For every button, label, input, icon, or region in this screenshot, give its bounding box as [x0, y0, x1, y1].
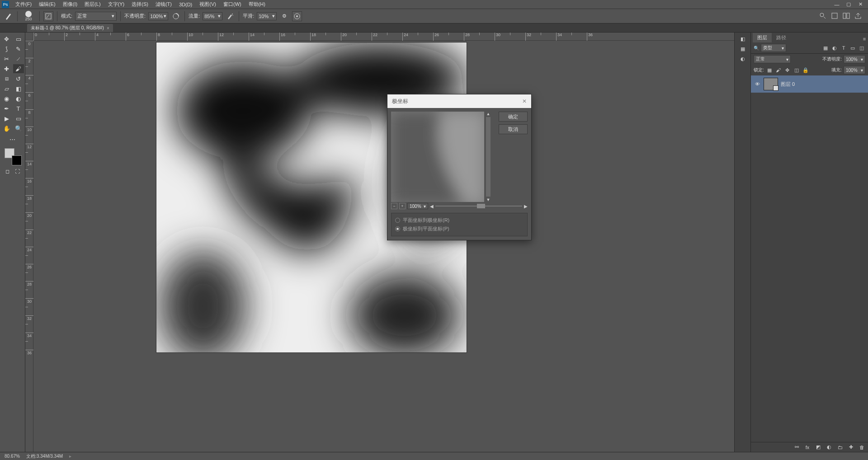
adjustment-layer-icon[interactable]: ◐: [826, 444, 833, 451]
menu-layer[interactable]: 图层(L): [81, 0, 104, 9]
filter-shape-icon[interactable]: ▭: [849, 44, 856, 52]
layer-mask-icon[interactable]: ◩: [815, 444, 822, 451]
preview-zoom-input[interactable]: 100%▾: [407, 203, 428, 209]
airbrush-icon[interactable]: [225, 11, 235, 21]
new-layer-icon[interactable]: ✚: [847, 444, 854, 451]
collapsed-swatches-icon[interactable]: ▦: [739, 45, 746, 52]
preview-hscrollbar[interactable]: [435, 204, 522, 208]
layer-thumbnail[interactable]: [764, 78, 778, 90]
lasso-tool-icon[interactable]: ⟆: [1, 44, 12, 53]
radio-polar-to-rect[interactable]: 极坐标到平面坐标(P): [395, 225, 524, 233]
lock-artboard-icon[interactable]: ◫: [793, 66, 800, 74]
preview-vscrollbar[interactable]: [486, 117, 491, 197]
edit-toolbar-icon[interactable]: ⋯: [7, 135, 18, 144]
visibility-icon[interactable]: 👁: [754, 81, 761, 87]
dialog-titlebar[interactable]: 极坐标 ✕: [387, 94, 531, 108]
gradient-tool-icon[interactable]: ◧: [13, 84, 24, 93]
status-zoom[interactable]: 80.67%: [5, 454, 20, 459]
opacity-input[interactable]: 100%▾: [148, 12, 168, 20]
smoothing-options-icon[interactable]: ⚙: [279, 11, 289, 21]
status-docsize[interactable]: 文档:3.34M/3.34M: [26, 453, 63, 460]
delete-layer-icon[interactable]: 🗑: [858, 444, 865, 451]
preview-scroll-right-icon[interactable]: ▶: [524, 204, 528, 209]
layer-filter-kind[interactable]: 类型▾: [761, 44, 786, 52]
dodge-tool-icon[interactable]: ◐: [13, 94, 24, 103]
filter-pixel-icon[interactable]: ▦: [822, 44, 829, 52]
zoom-out-icon[interactable]: −: [391, 203, 397, 209]
brush-tool-icon[interactable]: 🖌: [13, 64, 24, 73]
vertical-ruler[interactable]: 024681012141618202224262830323436: [25, 41, 33, 452]
close-icon[interactable]: ✕: [854, 0, 866, 9]
type-tool-icon[interactable]: T: [13, 104, 24, 113]
pressure-opacity-icon[interactable]: [171, 11, 181, 21]
search-icon[interactable]: [819, 12, 826, 20]
quickmask-icon[interactable]: ◻: [4, 168, 12, 174]
move-tool-icon[interactable]: ✥: [1, 34, 12, 43]
tab-close-icon[interactable]: ×: [107, 26, 109, 31]
layer-fx-icon[interactable]: fx: [804, 444, 811, 451]
blend-mode-select[interactable]: 正常▾: [75, 12, 117, 21]
menu-window[interactable]: 窗口(W): [220, 0, 245, 9]
tab-layers[interactable]: 图层: [753, 33, 772, 42]
filter-preview[interactable]: [391, 112, 484, 202]
marquee-tool-icon[interactable]: ▭: [13, 34, 24, 43]
brush-panel-toggle-icon[interactable]: [43, 11, 53, 21]
lock-all-icon[interactable]: 🔒: [802, 66, 809, 74]
layer-fill-input[interactable]: 100%▾: [844, 66, 865, 74]
ruler-origin[interactable]: [25, 33, 33, 41]
filter-type-icon[interactable]: T: [840, 44, 847, 52]
smoothing-input[interactable]: 10%▾: [257, 12, 277, 20]
menu-select[interactable]: 选择(S): [128, 0, 152, 9]
cancel-button[interactable]: 取消: [499, 124, 528, 134]
stamp-tool-icon[interactable]: ⧇: [1, 74, 12, 83]
menu-3d[interactable]: 3D(D): [175, 1, 196, 8]
collapsed-adjust-icon[interactable]: ◐: [739, 55, 746, 62]
layer-blend-mode[interactable]: 正常▾: [754, 55, 791, 63]
layer-name[interactable]: 图层 0: [781, 81, 795, 88]
layer-opacity-input[interactable]: 100%▾: [844, 55, 865, 63]
menu-filter[interactable]: 滤镜(T): [152, 0, 175, 9]
collapsed-color-icon[interactable]: ◧: [739, 35, 746, 42]
eyedropper-tool-icon[interactable]: ⟋: [13, 54, 24, 63]
menu-view[interactable]: 视图(V): [196, 0, 220, 9]
preview-scroll-up-icon[interactable]: ▲: [486, 112, 491, 116]
path-select-icon[interactable]: ▶: [1, 114, 12, 123]
menu-image[interactable]: 图像(I): [59, 0, 81, 9]
preview-scroll-left-icon[interactable]: ◀: [430, 204, 434, 209]
layer-group-icon[interactable]: 🗀: [836, 444, 844, 451]
blur-tool-icon[interactable]: ◉: [1, 94, 12, 103]
background-color[interactable]: [12, 155, 22, 165]
menu-edit[interactable]: 编辑(E): [35, 0, 59, 9]
flow-input[interactable]: 85%▾: [203, 12, 222, 20]
menu-text[interactable]: 文字(Y): [104, 0, 128, 9]
brush-preset-picker[interactable]: 250: [21, 11, 36, 21]
ok-button[interactable]: 确定: [499, 112, 528, 122]
hand-tool-icon[interactable]: ✋: [1, 124, 12, 133]
maximize-icon[interactable]: ▢: [843, 0, 854, 9]
quickselect-tool-icon[interactable]: ✎: [13, 44, 24, 53]
shape-tool-icon[interactable]: ▭: [13, 114, 24, 123]
filter-adjust-icon[interactable]: ◐: [831, 44, 838, 52]
layer-item[interactable]: 👁 图层 0: [751, 75, 868, 93]
zoom-tool-icon[interactable]: 🔍: [13, 124, 24, 133]
current-tool-icon[interactable]: [4, 11, 14, 21]
search-layers-icon[interactable]: 🔍: [754, 46, 759, 51]
view-extras-icon[interactable]: [831, 12, 838, 20]
color-swatches[interactable]: [4, 147, 22, 165]
eraser-tool-icon[interactable]: ▱: [1, 84, 12, 93]
panel-menu-icon[interactable]: ≡: [861, 35, 868, 42]
history-brush-icon[interactable]: ↺: [13, 74, 24, 83]
pressure-size-icon[interactable]: [292, 11, 302, 21]
preview-scroll-down-icon[interactable]: ▼: [486, 197, 491, 202]
radio-rect-to-polar[interactable]: 平面坐标到极坐标(R): [395, 216, 524, 225]
lock-position-icon[interactable]: ✥: [784, 66, 791, 74]
crop-tool-icon[interactable]: ✂: [1, 54, 12, 63]
menu-help[interactable]: 帮助(H): [245, 0, 269, 9]
minimize-icon[interactable]: —: [831, 0, 843, 9]
healing-tool-icon[interactable]: ✚: [1, 64, 12, 73]
lock-transparent-icon[interactable]: ▦: [766, 66, 773, 74]
dialog-close-icon[interactable]: ✕: [522, 98, 527, 104]
screenmode-icon[interactable]: ⛶: [14, 168, 22, 174]
lock-paint-icon[interactable]: 🖌: [775, 66, 782, 74]
arrange-icon[interactable]: [843, 12, 850, 20]
